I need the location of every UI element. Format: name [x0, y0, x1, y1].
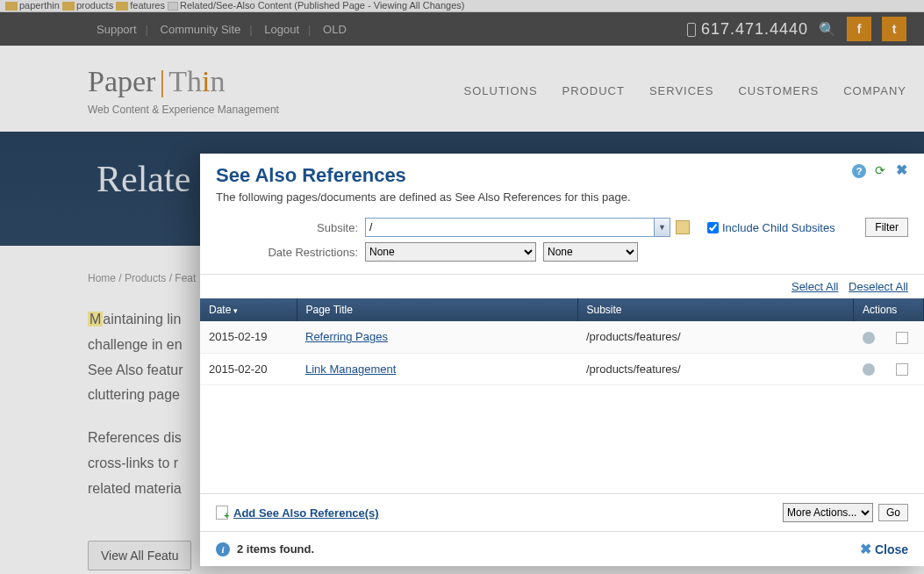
subsite-label: Subsite:: [216, 221, 365, 234]
table-row: 2015-02-19Referring Pages/products/featu…: [200, 321, 924, 353]
cell-subsite: /products/features/: [577, 353, 854, 385]
browse-subsite-icon[interactable]: [676, 220, 690, 234]
page-title-link[interactable]: Referring Pages: [305, 330, 388, 343]
filter-button[interactable]: Filter: [865, 218, 908, 237]
col-subsite[interactable]: Subsite: [577, 298, 854, 321]
add-icon: [216, 506, 228, 520]
more-actions-select[interactable]: More Actions...: [783, 503, 873, 522]
date-restrictions-label: Date Restrictions:: [216, 246, 365, 259]
col-page-title[interactable]: Page Title: [297, 298, 577, 321]
include-child-subsites-label[interactable]: Include Child Subsites: [722, 221, 835, 234]
dialog-subtitle: The following pages/documents are define…: [216, 190, 631, 204]
close-button[interactable]: ✖Close: [860, 541, 908, 557]
include-child-subsites-checkbox[interactable]: [707, 222, 719, 233]
view-page-icon[interactable]: [863, 332, 875, 344]
page-title-link[interactable]: Link Management: [305, 362, 396, 376]
cell-date: 2015-02-20: [200, 353, 297, 385]
help-icon[interactable]: ?: [852, 164, 866, 178]
select-all-link[interactable]: Select All: [791, 280, 838, 293]
row-checkbox[interactable]: [896, 363, 908, 376]
dialog-title: See Also References: [216, 164, 631, 187]
close-icon[interactable]: ✖: [894, 164, 908, 178]
view-page-icon[interactable]: [863, 363, 875, 376]
info-icon: i: [216, 542, 230, 556]
col-actions[interactable]: Actions: [854, 298, 924, 321]
see-also-references-dialog: See Also References The following pages/…: [200, 154, 924, 566]
col-date[interactable]: Date: [200, 298, 297, 321]
deselect-all-link[interactable]: Deselect All: [849, 280, 908, 293]
subsite-dropdown-button[interactable]: ▼: [655, 218, 670, 237]
row-checkbox[interactable]: [896, 332, 908, 344]
cell-subsite: /products/features/: [577, 321, 854, 353]
date-to-select[interactable]: None: [543, 242, 638, 262]
subsite-input[interactable]: [365, 218, 655, 237]
date-from-select[interactable]: None: [365, 242, 536, 262]
go-button[interactable]: Go: [878, 504, 908, 521]
refresh-icon[interactable]: ⟳: [873, 164, 887, 178]
filter-panel: Subsite: ▼ Include Child Subsites Filter…: [200, 212, 924, 275]
status-text: 2 items found.: [237, 542, 314, 556]
table-row: 2015-02-20Link Management/products/featu…: [200, 353, 924, 385]
references-table: Date Page Title Subsite Actions 2015-02-…: [200, 298, 924, 385]
cell-date: 2015-02-19: [200, 321, 297, 353]
add-see-also-reference-link[interactable]: Add See Also Reference(s): [233, 506, 379, 520]
